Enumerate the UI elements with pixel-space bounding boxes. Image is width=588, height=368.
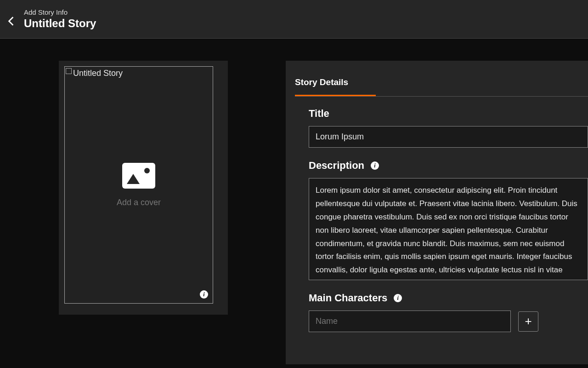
title-field-block: Title xyxy=(309,108,588,148)
cover-add-text: Add a cover xyxy=(117,198,161,207)
info-icon[interactable]: i xyxy=(200,290,208,299)
cover-panel: Untitled Story Add a cover i xyxy=(59,61,228,315)
description-label-text: Description xyxy=(309,160,364,172)
characters-label: Main Characters i xyxy=(309,292,588,304)
main-content: Untitled Story Add a cover i Story Detai… xyxy=(0,39,588,364)
details-panel: Story Details Title Description i Lorem … xyxy=(286,61,588,364)
chevron-left-icon xyxy=(8,16,14,26)
characters-label-text: Main Characters xyxy=(309,292,387,304)
description-label: Description i xyxy=(309,160,588,172)
header-subtitle: Add Story Info xyxy=(24,8,588,16)
description-textarea[interactable]: Lorem ipsum dolor sit amet, consectetur … xyxy=(309,178,588,280)
tab-story-details[interactable]: Story Details xyxy=(295,77,348,95)
info-icon[interactable]: i xyxy=(371,161,379,170)
tab-bar: Story Details xyxy=(286,61,588,97)
cover-checkbox[interactable] xyxy=(66,68,72,74)
info-icon[interactable]: i xyxy=(394,294,402,302)
form-area: Title Description i Lorem ipsum dolor si… xyxy=(286,97,588,332)
character-input-row: + xyxy=(309,310,588,332)
character-name-input[interactable] xyxy=(309,310,511,332)
title-label: Title xyxy=(309,108,588,120)
back-button[interactable] xyxy=(6,17,16,26)
cover-dropzone[interactable]: Untitled Story Add a cover i xyxy=(64,66,213,304)
header-bar: Add Story Info Untitled Story xyxy=(0,0,588,39)
description-field-block: Description i Lorem ipsum dolor sit amet… xyxy=(309,160,588,280)
characters-field-block: Main Characters i + xyxy=(309,292,588,332)
image-placeholder-icon xyxy=(122,163,155,189)
cover-title-label: Untitled Story xyxy=(73,69,123,78)
header-title: Untitled Story xyxy=(24,17,588,30)
add-character-button[interactable]: + xyxy=(518,311,538,332)
title-input[interactable] xyxy=(309,126,588,148)
